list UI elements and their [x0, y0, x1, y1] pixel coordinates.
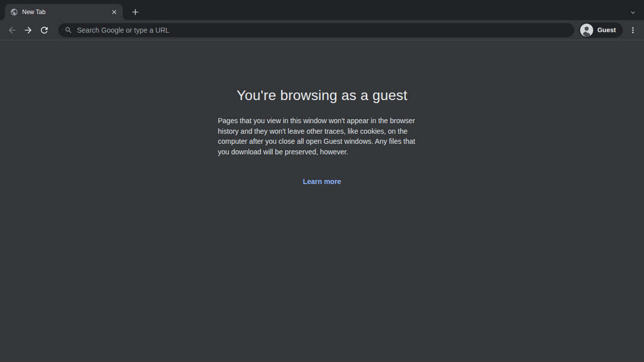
three-dot-menu-icon — [628, 26, 637, 35]
browser-window: New Tab — [0, 0, 644, 362]
omnibox[interactable] — [58, 23, 574, 37]
tab-new-tab[interactable]: New Tab — [5, 4, 123, 20]
plus-icon — [130, 7, 140, 17]
address-input[interactable] — [77, 26, 568, 34]
browser-toolbar: Guest — [0, 20, 644, 40]
learn-more-link[interactable]: Learn more — [303, 177, 341, 186]
tab-strip: New Tab — [0, 0, 644, 20]
page-title: You're browsing as a guest — [236, 87, 408, 104]
tab-title: New Tab — [22, 9, 110, 16]
forward-arrow-icon — [23, 25, 33, 35]
reload-icon — [39, 25, 49, 35]
reload-button[interactable] — [37, 23, 51, 37]
tab-overview-button[interactable] — [628, 8, 637, 17]
guest-description: Pages that you view in this window won't… — [218, 116, 426, 157]
tab-close-button[interactable] — [110, 8, 119, 17]
close-icon — [111, 9, 118, 16]
chevron-down-icon — [629, 9, 637, 17]
guest-profile-button[interactable]: Guest — [579, 23, 623, 38]
guest-profile-label: Guest — [597, 26, 616, 34]
new-tab-button[interactable] — [129, 6, 141, 18]
guest-ntp-page: You're browsing as a guest Pages that yo… — [0, 40, 644, 362]
back-arrow-icon — [7, 25, 17, 35]
back-button[interactable] — [5, 23, 19, 37]
browser-menu-button[interactable] — [626, 23, 640, 37]
search-icon — [64, 26, 72, 34]
globe-icon — [10, 8, 18, 16]
guest-avatar-icon — [580, 24, 593, 37]
forward-button[interactable] — [21, 23, 35, 37]
